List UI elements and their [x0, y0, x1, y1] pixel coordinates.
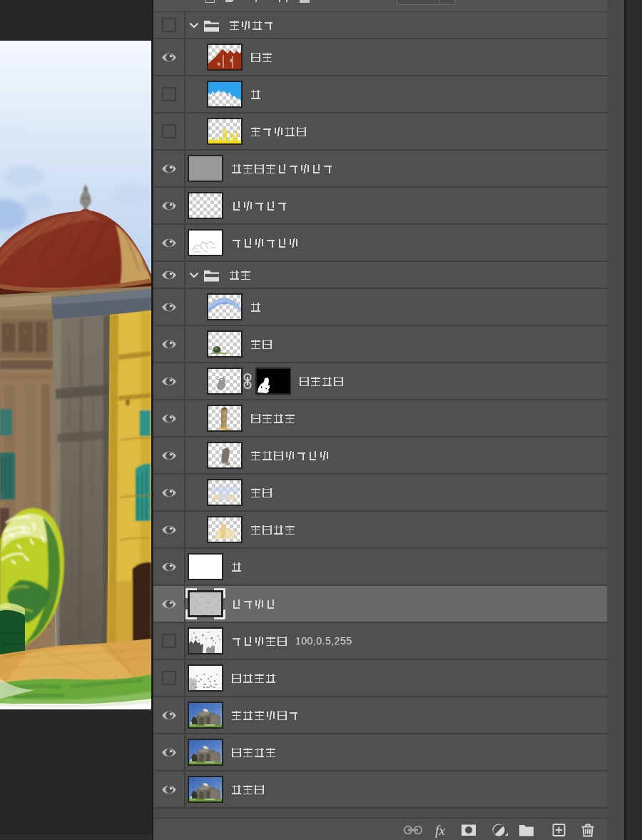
svg-text:fx: fx [435, 823, 445, 838]
